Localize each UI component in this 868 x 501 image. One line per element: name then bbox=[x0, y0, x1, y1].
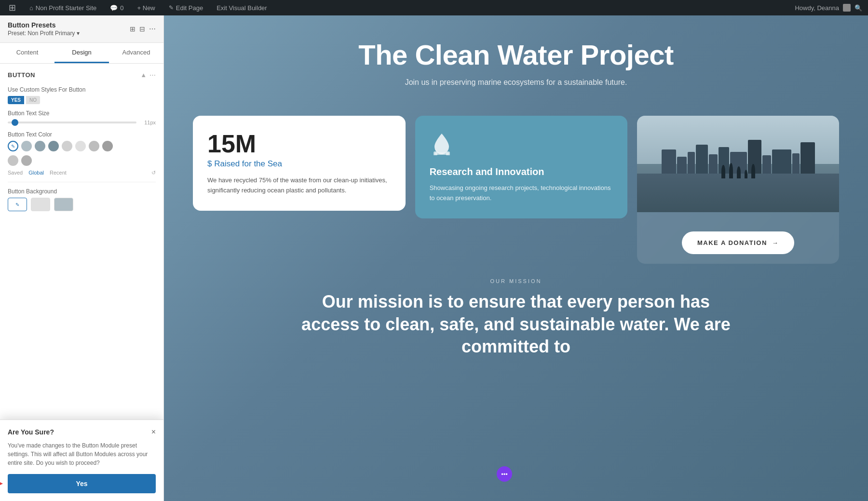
stat-label: $ Raised for the Sea bbox=[207, 159, 391, 169]
sub-tab-saved[interactable]: Saved bbox=[8, 170, 23, 176]
sidebar-tabs: Content Design Advanced bbox=[0, 43, 163, 64]
sidebar-header: Button Presets Preset: Non Profit Primar… bbox=[0, 15, 163, 43]
comment-icon: 💬 bbox=[110, 4, 118, 12]
tab-content[interactable]: Content bbox=[0, 43, 54, 63]
sub-tab-refresh-icon[interactable]: ↺ bbox=[151, 170, 156, 176]
section-icons: ▲ ⋯ bbox=[140, 71, 156, 79]
exit-builder-button[interactable]: Exit Visual Builder bbox=[214, 0, 270, 15]
bg-swatch-1[interactable] bbox=[31, 198, 50, 211]
tab-advanced[interactable]: Advanced bbox=[109, 43, 163, 63]
color-picker-icon[interactable]: ✎ bbox=[8, 141, 18, 151]
hero-subtitle: Join us in preserving marine ecosystems … bbox=[183, 78, 849, 87]
cards-row: 15M $ Raised for the Sea We have recycle… bbox=[164, 101, 868, 264]
color-swatch-9[interactable] bbox=[21, 155, 32, 166]
mission-text: Our mission is to ensure that every pers… bbox=[299, 291, 733, 358]
confirm-dialog-body: You've made changes to the Button Module… bbox=[8, 441, 156, 467]
edit-page-button[interactable]: ✎ Edit Page bbox=[166, 0, 206, 15]
comments-button[interactable]: 💬 0 bbox=[107, 0, 126, 15]
sidebar-title: Button Presets bbox=[8, 21, 80, 29]
color-swatch-3[interactable] bbox=[48, 141, 59, 151]
slider-thumb[interactable] bbox=[12, 119, 18, 126]
card-description: Showcasing ongoing research projects, te… bbox=[430, 183, 613, 203]
wp-logo-icon: ⊞ bbox=[9, 2, 16, 13]
edit-page-label: Edit Page bbox=[176, 4, 203, 12]
admin-bar: ⊞ ⌂ Non Profit Starter Site 💬 0 + New ✎ … bbox=[0, 0, 868, 15]
sidebar-preset[interactable]: Preset: Non Profit Primary ▾ bbox=[8, 30, 80, 37]
bg-swatch-2[interactable] bbox=[54, 198, 73, 211]
app-layout: Button Presets Preset: Non Profit Primar… bbox=[0, 15, 868, 501]
sidebar-header-icons: ⊞ ⊟ ⋯ bbox=[130, 25, 156, 33]
confirm-yes-row: Yes bbox=[8, 474, 156, 493]
svg-rect-1 bbox=[434, 151, 437, 155]
bg-swatches: ✎ bbox=[8, 198, 156, 211]
text-size-label: Button Text Size bbox=[8, 110, 156, 117]
red-arrow-icon bbox=[0, 479, 3, 488]
sidebar-panel: Button Presets Preset: Non Profit Primar… bbox=[0, 15, 164, 501]
hero-section: The Clean Water Project Join us in prese… bbox=[164, 15, 868, 101]
donate-btn-label: MAKE A DONATION bbox=[697, 239, 767, 246]
confirm-yes-button[interactable]: Yes bbox=[8, 474, 156, 493]
mission-section: OUR MISSION Our mission is to ensure tha… bbox=[164, 264, 868, 358]
collapse-icon[interactable]: ▲ bbox=[140, 71, 147, 79]
site-icon: ⌂ bbox=[29, 4, 33, 12]
edit-icon: ✎ bbox=[169, 4, 174, 11]
new-button[interactable]: + New bbox=[135, 0, 158, 15]
section-more-icon[interactable]: ⋯ bbox=[149, 71, 156, 79]
sub-tab-recent[interactable]: Recent bbox=[50, 170, 67, 176]
wp-logo-button[interactable]: ⊞ bbox=[6, 0, 19, 15]
text-color-label: Button Text Color bbox=[8, 131, 156, 138]
chevron-down-icon: ▾ bbox=[77, 30, 80, 37]
bg-swatch-pencil[interactable]: ✎ bbox=[8, 198, 27, 211]
website-preview: The Clean Water Project Join us in prese… bbox=[164, 15, 868, 501]
custom-styles-toggle[interactable]: YES NO bbox=[8, 96, 156, 104]
site-name-link[interactable]: ⌂ Non Profit Starter Site bbox=[27, 0, 99, 15]
exit-builder-label: Exit Visual Builder bbox=[217, 4, 267, 12]
confirm-dialog-header: Are You Sure? × bbox=[8, 428, 156, 436]
search-icon[interactable]: 🔍 bbox=[854, 4, 862, 12]
button-section-title: Button bbox=[8, 71, 35, 79]
color-sub-tabs: Saved Global Recent ↺ bbox=[8, 170, 156, 176]
color-swatch-2[interactable] bbox=[35, 141, 45, 151]
sub-tab-global[interactable]: Global bbox=[28, 170, 44, 176]
confirm-dialog: Are You Sure? × You've made changes to t… bbox=[0, 420, 163, 501]
color-row-extra bbox=[8, 155, 156, 166]
reaction-bubble[interactable]: ••• bbox=[497, 466, 512, 482]
confirm-dialog-title: Are You Sure? bbox=[8, 428, 54, 436]
water-drop-icon bbox=[430, 131, 613, 160]
comment-count: 0 bbox=[120, 4, 123, 12]
new-label: + New bbox=[137, 4, 155, 12]
site-name-label: Non Profit Starter Site bbox=[36, 4, 96, 12]
grid-icon[interactable]: ⊞ bbox=[130, 25, 136, 33]
slider-track[interactable] bbox=[8, 122, 136, 123]
reaction-emoji: ••• bbox=[501, 471, 508, 478]
admin-bar-right: Howdy, Deanna 🔍 bbox=[795, 4, 862, 12]
toggle-switch[interactable]: YES NO bbox=[8, 96, 40, 104]
card-title: Research and Innovation bbox=[430, 166, 613, 177]
custom-styles-label: Use Custom Styles For Button bbox=[8, 86, 156, 93]
button-background-label: Button Background bbox=[8, 188, 156, 195]
donate-button[interactable]: MAKE A DONATION → bbox=[682, 231, 794, 254]
hero-title: The Clean Water Project bbox=[183, 40, 849, 70]
svg-rect-2 bbox=[446, 151, 450, 155]
color-swatches: ✎ bbox=[8, 141, 156, 151]
main-content: The Clean Water Project Join us in prese… bbox=[164, 15, 868, 501]
layout-icon[interactable]: ⊟ bbox=[139, 25, 145, 33]
stat-description: We have recycled 75% of the waste from o… bbox=[207, 176, 391, 196]
color-swatch-4[interactable] bbox=[62, 141, 72, 151]
color-swatch-1[interactable] bbox=[21, 141, 32, 151]
color-swatch-8[interactable] bbox=[8, 155, 18, 166]
toggle-no: NO bbox=[26, 96, 40, 104]
color-swatch-5[interactable] bbox=[75, 141, 86, 151]
more-options-icon[interactable]: ⋯ bbox=[149, 25, 156, 33]
color-swatch-7[interactable] bbox=[102, 141, 113, 151]
stat-value: 15M bbox=[207, 131, 391, 156]
sidebar-header-info: Button Presets Preset: Non Profit Primar… bbox=[8, 21, 80, 37]
color-swatch-6[interactable] bbox=[89, 141, 99, 151]
confirm-close-button[interactable]: × bbox=[151, 428, 156, 436]
mission-label: OUR MISSION bbox=[193, 278, 839, 284]
text-size-slider[interactable]: 11px bbox=[8, 120, 156, 125]
tab-design[interactable]: Design bbox=[54, 43, 109, 63]
toggle-yes: YES bbox=[8, 96, 24, 104]
research-card: Research and Innovation Showcasing ongoi… bbox=[415, 116, 628, 219]
button-section-header: Button ▲ ⋯ bbox=[8, 71, 156, 79]
